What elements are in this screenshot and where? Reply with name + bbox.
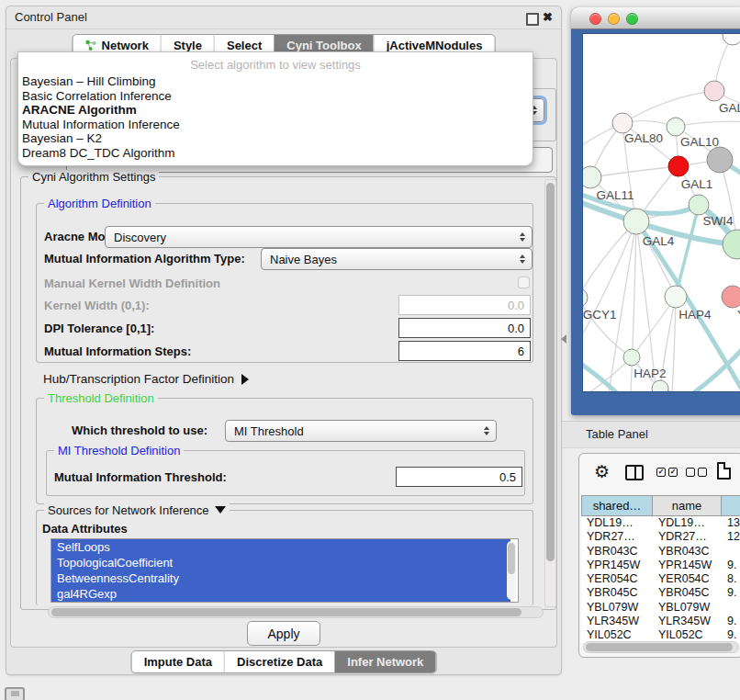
network-node[interactable] <box>652 380 668 392</box>
table-panel-title: Table Panel <box>586 422 740 447</box>
network-node[interactable] <box>623 349 640 366</box>
algorithm-option[interactable]: Bayesian – Hill Climbing <box>18 74 533 89</box>
algorithm-option[interactable]: Dream8 DC_TDC Algorithm <box>18 146 533 161</box>
scrollbar-thumb[interactable] <box>546 183 555 561</box>
table-cell: 9. <box>722 586 740 600</box>
panel-splitter-handle[interactable] <box>561 334 566 344</box>
algorithm-option[interactable]: ARACNE Algorithm <box>18 103 533 118</box>
attribute-list-item[interactable]: SelfLoops <box>51 539 510 555</box>
network-node[interactable] <box>583 288 588 308</box>
network-edge[interactable] <box>583 298 632 357</box>
algorithm-option[interactable]: Basic Correlation Inference <box>18 89 533 104</box>
table-cell: 9. <box>722 615 740 628</box>
network-node[interactable] <box>667 118 685 136</box>
column-header[interactable]: shared… <box>581 495 653 516</box>
control-panel: Control Panel ✖ Network Style Select Cyn… <box>6 6 562 675</box>
sources-group-title[interactable]: Sources for Network Inference <box>44 503 230 517</box>
deselect-all-icon[interactable] <box>686 468 707 477</box>
network-canvas[interactable]: GALGAL80GAL10GAL1GAL11SWI4GAL4GCY1HAP4YH… <box>582 33 740 392</box>
columns-icon[interactable] <box>625 465 644 480</box>
gear-icon[interactable]: ⚙ <box>594 462 610 482</box>
expanded-arrow-icon <box>215 506 226 514</box>
table-horizontal-scrollbar[interactable] <box>583 641 739 653</box>
network-edge[interactable] <box>676 121 740 127</box>
zoom-button[interactable] <box>626 13 638 25</box>
algorithm-option[interactable]: Mutual Information Inference <box>18 118 533 132</box>
cyni-algorithm-settings-group: Cyni Algorithm Settings Algorithm Defini… <box>20 176 556 610</box>
table-cell: 12 <box>722 530 740 544</box>
network-edge[interactable] <box>590 166 678 177</box>
attribute-list-item[interactable]: BetweennessCentrality <box>51 570 510 586</box>
select-all-icon[interactable]: ✓✓ <box>656 468 678 477</box>
table-row[interactable]: YBR045CYBR045C9. <box>581 586 740 600</box>
network-node[interactable] <box>707 147 733 173</box>
tab-impute-data[interactable]: Impute Data <box>132 651 224 672</box>
network-edge[interactable] <box>583 221 636 298</box>
column-header[interactable]: name <box>653 495 722 516</box>
scrollbar-thumb[interactable] <box>586 643 733 651</box>
column-header[interactable] <box>722 495 740 516</box>
table-row[interactable]: YPR145WYPR145W9. <box>581 559 740 572</box>
table-row[interactable]: YBL079WYBL079W <box>581 601 740 615</box>
mini-panel-button[interactable] <box>5 687 25 700</box>
table-row[interactable]: YBR043CYBR043C <box>581 545 740 559</box>
settings-group-title: Cyni Algorithm Settings <box>28 170 159 184</box>
settings-vertical-scrollbar[interactable] <box>544 179 556 607</box>
table-cell <box>722 545 740 559</box>
network-node[interactable] <box>722 286 740 308</box>
kernel-width-field[interactable]: 0.0 <box>398 295 531 315</box>
settings-horizontal-scrollbar[interactable] <box>48 606 544 618</box>
network-node[interactable] <box>704 81 724 101</box>
algorithm-option[interactable]: Bayesian – K2 <box>18 131 533 146</box>
manual-kernel-width-checkbox[interactable] <box>518 277 530 288</box>
combo-spinner-icon <box>520 232 525 242</box>
file-icon[interactable] <box>717 462 731 480</box>
network-node[interactable] <box>668 156 689 176</box>
attribute-list-item[interactable]: TopologicalCoefficient <box>51 555 510 570</box>
network-node[interactable] <box>723 230 740 259</box>
list-vertical-scrollbar[interactable] <box>507 541 516 600</box>
table-row[interactable]: YDR27…YDR27…12 <box>581 530 740 544</box>
network-edge[interactable] <box>622 91 714 123</box>
scrollbar-thumb[interactable] <box>51 608 521 616</box>
table-panel-titlebar: Table Panel <box>562 421 740 448</box>
mi-steps-label: Mutual Information Steps: <box>44 344 191 358</box>
table-cell: YPR145W <box>581 559 653 572</box>
table-cell: 13 <box>722 516 740 530</box>
table-cell: YER054C <box>581 572 653 586</box>
network-node[interactable] <box>612 113 633 133</box>
network-graph: GALGAL80GAL10GAL1GAL11SWI4GAL4GCY1HAP4YH… <box>583 34 740 392</box>
table-toolbar: ⚙ ✓✓ <box>579 454 740 494</box>
close-button[interactable] <box>589 13 601 25</box>
network-edge[interactable] <box>679 337 740 392</box>
float-panel-icon[interactable] <box>526 13 539 26</box>
mi-algorithm-type-combo[interactable]: Naive Bayes <box>261 248 533 270</box>
apply-button[interactable]: Apply <box>247 621 320 646</box>
tab-infer-network[interactable]: Infer Network <box>334 651 435 672</box>
which-threshold-combo[interactable]: MI Threshold <box>225 420 497 442</box>
network-node[interactable] <box>723 34 740 45</box>
aracne-mode-combo[interactable]: Discovery <box>105 226 533 248</box>
network-node[interactable] <box>623 209 649 234</box>
close-panel-icon[interactable]: ✖ <box>543 9 553 26</box>
minimize-button[interactable] <box>608 13 620 25</box>
tab-discretize-data[interactable]: Discretize Data <box>224 651 334 672</box>
network-node[interactable] <box>583 166 601 188</box>
network-edge[interactable] <box>676 205 699 297</box>
table-row[interactable]: YDL19…YDL19…13 <box>581 516 740 530</box>
network-node-label: GAL <box>719 101 740 115</box>
network-node[interactable] <box>665 286 687 308</box>
table-row[interactable]: YLR345WYLR345W9. <box>581 615 740 628</box>
mi-algorithm-type-label: Mutual Information Algorithm Type: <box>44 252 245 265</box>
scrollbar-thumb[interactable] <box>508 543 515 574</box>
table-cell: YLR345W <box>653 615 722 628</box>
table-row[interactable]: YER054CYER054C8. <box>581 572 740 586</box>
dpi-tolerance-field[interactable]: 0.0 <box>398 318 531 338</box>
attribute-list-item[interactable]: gal4RGexp <box>51 586 510 602</box>
network-window-titlebar[interactable] <box>571 7 740 29</box>
mi-threshold-field[interactable]: 0.5 <box>396 467 522 487</box>
hub-definition-toggle[interactable]: Hub/Transcription Factor Definition <box>43 372 249 386</box>
mi-steps-field[interactable]: 6 <box>398 341 531 361</box>
network-node[interactable] <box>689 195 709 215</box>
data-attributes-list[interactable]: SelfLoopsTopologicalCoefficientBetweenne… <box>50 538 519 603</box>
